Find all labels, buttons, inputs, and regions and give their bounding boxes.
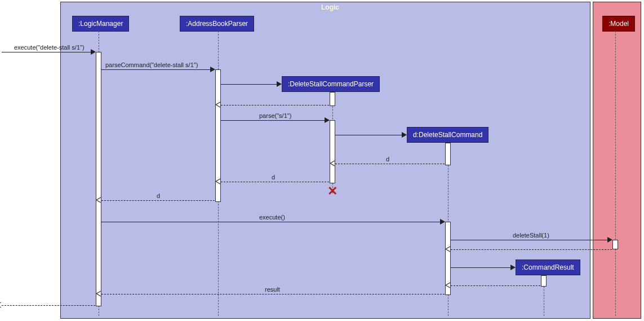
msg-create-parser — [221, 84, 281, 85]
participant-label: :Model — [609, 20, 629, 28]
participant-command-result: :CommandResult — [516, 260, 580, 275]
msg-parse — [221, 120, 329, 121]
arrowhead-icon — [277, 81, 282, 87]
msg-return-command-result — [451, 285, 540, 286]
logic-frame — [60, 2, 590, 319]
msg-label-result: result — [265, 286, 280, 293]
msg-label-execute-call: execute() — [259, 214, 285, 221]
activation-command-result — [541, 275, 547, 287]
activation-delete-stall-command-1 — [445, 143, 451, 165]
msg-delete-stall — [451, 240, 612, 240]
participant-label: :LogicManager — [78, 20, 123, 28]
msg-return-d2 — [221, 182, 329, 182]
msg-return-result — [101, 294, 445, 294]
msg-label-parse-command: parseCommand("delete-stall s/1") — [105, 61, 198, 68]
msg-create-result — [451, 267, 515, 268]
participant-model: :Model — [602, 16, 635, 32]
activation-delete-stall-command-parser-2 — [330, 120, 335, 183]
participant-label: d:DeleteStallCommand — [413, 131, 482, 139]
msg-return-external — [2, 305, 95, 306]
msg-return-d1 — [335, 164, 445, 164]
msg-return-model — [451, 249, 612, 250]
msg-label-execute-in: execute("delete-stall s/1") — [14, 44, 85, 51]
msg-label-delete-stall: deleteStall(1) — [513, 232, 549, 239]
participant-label: :AddressBookParser — [186, 20, 248, 28]
arrowhead-icon — [210, 67, 215, 72]
logic-frame-label: Logic — [321, 3, 339, 11]
msg-execute-in — [2, 52, 95, 52]
msg-return-create-parser — [221, 105, 329, 105]
msg-label-d2: d — [272, 174, 275, 181]
msg-return-d3 — [101, 200, 215, 201]
activation-delete-stall-command-parser-1 — [330, 92, 335, 106]
arrowhead-icon — [440, 219, 445, 225]
msg-parse-command — [101, 69, 214, 70]
arrowhead-icon — [325, 117, 330, 123]
msg-execute-call — [101, 222, 445, 222]
msg-create-command — [335, 135, 406, 135]
arrowhead-icon — [402, 132, 407, 138]
model-frame — [593, 2, 641, 319]
destroy-icon: ✕ — [327, 185, 337, 197]
arrowhead-icon — [510, 265, 516, 270]
participant-delete-stall-command: d:DeleteStallCommand — [407, 127, 488, 143]
activation-logic-manager — [96, 52, 101, 306]
arrowhead-icon — [607, 237, 612, 243]
activation-model — [612, 240, 618, 249]
msg-label-d3: d — [157, 192, 160, 199]
arrowhead-icon — [91, 49, 96, 55]
msg-label-d1: d — [386, 156, 389, 162]
participant-label: :CommandResult — [522, 263, 574, 271]
participant-logic-manager: :LogicManager — [72, 16, 129, 32]
lifeline-model — [615, 31, 616, 316]
participant-label: :DeleteStallCommandParser — [288, 80, 374, 88]
participant-delete-stall-command-parser: :DeleteStallCommandParser — [282, 76, 380, 92]
msg-label-parse: parse("s/1") — [259, 112, 291, 119]
participant-address-book-parser: :AddressBookParser — [180, 16, 254, 32]
